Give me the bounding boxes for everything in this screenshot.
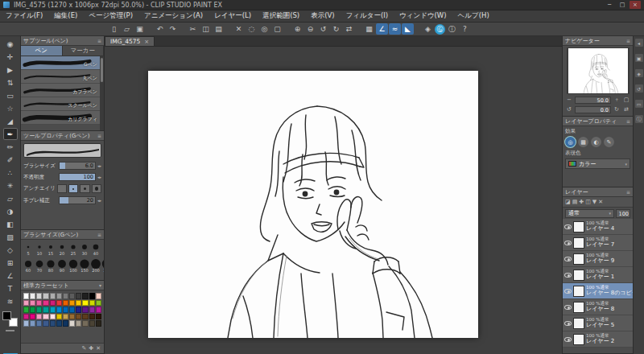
color-swatch[interactable] [56,300,62,307]
color-set-header[interactable]: 標準カラーセット ▾ [21,281,104,290]
color-swatch[interactable] [82,307,88,313]
tool-brush[interactable]: ✐ [3,154,18,166]
navigator-preview[interactable] [567,47,630,94]
layer-tone-icon[interactable]: ▤ [572,199,578,205]
panel-menu-icon[interactable]: ≡ [97,232,101,237]
layer-visibility-icon[interactable] [564,224,572,229]
subtool-tab[interactable]: ペン [21,46,63,56]
layer-row[interactable]: 100 %通常 レイヤー 8のコピー [563,283,633,299]
panel-menu-icon[interactable]: ≡ [626,189,630,195]
brush-size-preset[interactable]: 10 [34,241,45,258]
copy-icon[interactable]: ◫ [200,23,212,35]
color-swatch[interactable] [96,314,101,320]
rotate-left-icon[interactable]: ↺ [565,106,573,113]
document-tab[interactable]: IMG_4575 × [105,36,155,46]
panel-menu-icon[interactable]: ≡ [626,118,630,124]
invert-selection-icon[interactable]: ◎ [258,23,270,35]
color-swatch[interactable] [23,314,29,320]
tool-ruler[interactable]: ∠ [3,270,18,282]
cut-icon[interactable]: ✂ [187,23,199,35]
color-swatch[interactable] [36,307,42,313]
tool-decoration[interactable]: ✳ [3,179,18,191]
chevron-down-icon[interactable]: ▾ [99,282,101,288]
clip-studio-icon[interactable]: Ⓖ [435,24,445,35]
color-swatch[interactable] [69,293,75,299]
layer-thumbnail[interactable] [573,302,584,313]
menu-item[interactable]: 表示(V) [305,10,340,22]
brush-size-preset[interactable]: 30 [79,241,90,258]
tone-icon[interactable]: ▩ [578,137,588,147]
undo-icon[interactable]: ↶ [154,23,166,35]
color-swatch[interactable] [50,320,56,327]
brush-size-preset[interactable]: 300 [101,258,104,275]
layer-visibility-icon[interactable] [564,241,572,245]
fit-screen-icon[interactable]: ▢ [622,97,630,103]
layer-thumbnail[interactable] [573,334,584,345]
layer-row[interactable]: 100 %通常 レイヤー 5 [563,315,633,331]
color-swatch[interactable] [76,300,81,307]
brush-size-preset[interactable]: 70 [34,258,45,275]
layer-thumbnail[interactable] [573,221,584,233]
open-file-icon[interactable]: ▱ [121,23,133,35]
menu-item[interactable]: ページ管理(P) [83,10,138,22]
layer-mask-icon[interactable]: ◪ [565,199,571,205]
blend-mode-dropdown[interactable]: 通常 ▾ [565,209,614,218]
color-swatch[interactable] [43,314,48,320]
color-swatch[interactable] [76,293,81,299]
color-swatch[interactable] [43,320,48,327]
tool-move[interactable]: ✛ [3,51,18,63]
color-swatch[interactable] [82,314,88,320]
info-icon[interactable]: ⓘ [446,23,458,35]
color-swatch[interactable] [89,293,95,299]
delete-color-icon[interactable]: ✕ [96,345,101,352]
color-swatch[interactable] [23,320,29,327]
color-swatch[interactable] [82,293,88,299]
snap-special-ruler-icon[interactable]: ≈ [389,23,401,35]
maximize-button[interactable]: □ [617,1,628,9]
layer-row[interactable]: 100 %通常 レイヤー 4 [563,219,633,235]
menu-item[interactable]: レイヤー(L) [208,10,257,22]
color-swatch[interactable] [89,314,95,320]
layer-row[interactable]: 100 %通常 レイヤー 2 [563,331,633,348]
brush-size-preset[interactable]: 25 [68,241,79,258]
layer-visibility-icon[interactable] [564,257,572,261]
panel-menu-icon[interactable]: ≡ [97,133,101,138]
foreground-color-swatch[interactable] [2,311,11,320]
tool-pen[interactable]: ✒ [3,128,18,140]
brush-size-preset[interactable]: 200 [90,258,101,275]
tool-layer-move[interactable]: ⇅ [3,76,18,88]
antialias-weak-option[interactable] [68,184,78,193]
subview-tab-icon[interactable]: ▭ [635,100,643,108]
color-swatch[interactable] [43,300,48,307]
color-swatch[interactable] [30,300,35,307]
snap-grid-icon[interactable]: ◣ [402,23,414,35]
tool-line-correct[interactable]: ≋ [3,295,18,307]
color-swatch[interactable] [89,307,95,313]
color-swatch[interactable] [63,307,68,313]
zoom-in-icon[interactable]: ＋ [613,96,621,104]
deselect-icon[interactable]: ◌ [246,23,258,35]
color-swatch[interactable] [30,293,35,299]
menu-item[interactable]: ウィンドウ(W) [394,10,452,22]
property-slider[interactable]: 20 [59,196,96,204]
layer-visibility-icon[interactable] [564,337,572,342]
zoom-out-icon[interactable]: ⊖ [304,23,316,35]
panel-menu-icon[interactable]: ≡ [97,38,101,43]
color-swatch[interactable] [63,293,68,299]
draft-icon[interactable]: ✎ [604,137,614,147]
subtool-scrollbar[interactable] [100,56,104,130]
subtool-item[interactable]: Gペン [21,56,104,70]
tab-close-icon[interactable]: × [144,39,149,45]
color-swatch[interactable] [96,320,101,327]
color-swatch[interactable] [96,300,101,307]
menu-item[interactable]: 編集(E) [48,10,83,22]
tool-eraser[interactable]: ▱ [3,192,18,204]
rotate-right-icon[interactable]: ↻ [330,23,342,35]
rotate-right-icon[interactable]: ↻ [613,106,621,113]
color-swatch[interactable] [76,307,81,313]
canvas-viewport[interactable] [105,47,562,354]
color-swatch[interactable] [50,300,56,307]
history-tab-icon[interactable]: ↺ [635,84,643,93]
color-swatch[interactable] [30,307,35,313]
color-swatch[interactable] [36,320,42,327]
